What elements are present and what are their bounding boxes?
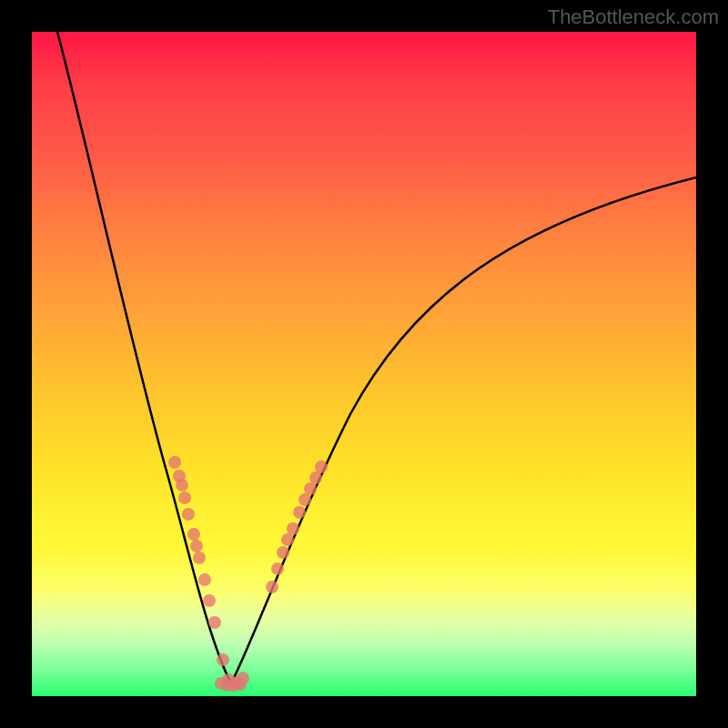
watermark-text: TheBottleneck.com (548, 5, 719, 29)
svg-point-17 (277, 546, 289, 559)
svg-point-3 (178, 491, 191, 504)
svg-point-22 (304, 482, 317, 495)
svg-point-28 (234, 678, 247, 691)
chart-plot-area (32, 32, 696, 696)
svg-point-4 (182, 508, 195, 521)
data-dots-left (168, 456, 235, 686)
svg-point-2 (176, 479, 188, 491)
svg-point-9 (203, 594, 216, 607)
svg-point-8 (198, 573, 211, 586)
bottleneck-curve (57, 32, 696, 683)
chart-svg (32, 32, 696, 696)
svg-point-23 (309, 471, 322, 484)
svg-point-5 (187, 528, 200, 541)
svg-point-11 (217, 653, 229, 666)
svg-point-20 (293, 506, 306, 519)
svg-point-19 (287, 522, 299, 535)
svg-point-24 (315, 460, 328, 473)
svg-point-0 (168, 456, 181, 469)
svg-point-15 (266, 581, 278, 593)
svg-point-18 (281, 533, 294, 546)
svg-point-6 (190, 540, 203, 552)
svg-point-10 (208, 616, 221, 629)
svg-point-7 (193, 551, 206, 564)
svg-point-21 (298, 493, 311, 506)
svg-point-16 (271, 562, 284, 575)
